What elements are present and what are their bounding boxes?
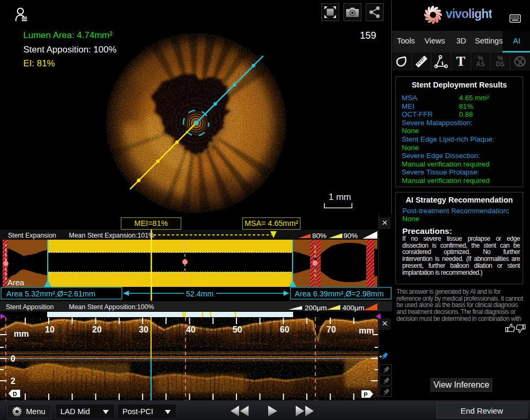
svg-text:60: 60 xyxy=(280,325,289,334)
svg-text:200μm: 200μm xyxy=(305,304,327,312)
svg-text:40: 40 xyxy=(186,325,196,334)
svg-text:80%: 80% xyxy=(312,232,326,240)
svg-text:Stent Expansion: Stent Expansion xyxy=(8,232,56,239)
svg-text:P: P xyxy=(364,391,367,398)
svg-text:mm: mm xyxy=(359,326,374,335)
svg-text:D: D xyxy=(13,391,17,397)
svg-text:+: + xyxy=(379,353,382,360)
svg-text:30: 30 xyxy=(139,325,148,334)
svg-text:10: 10 xyxy=(45,325,55,334)
svg-text:90%: 90% xyxy=(343,232,358,240)
svg-text:0: 0 xyxy=(11,354,15,363)
svg-text:20: 20 xyxy=(92,325,102,334)
svg-text:70: 70 xyxy=(326,325,336,334)
svg-text:2: 2 xyxy=(11,377,15,386)
svg-text:mm: mm xyxy=(14,329,29,338)
svg-text:Area: Area xyxy=(7,278,24,287)
svg-text:400μm: 400μm xyxy=(342,304,365,312)
svg-text:Area 5.32mm²,Ø=2.61mm: Area 5.32mm²,Ø=2.61mm xyxy=(6,290,95,298)
svg-text:Stent Apposition: Stent Apposition xyxy=(6,303,54,311)
svg-text:52.4mm: 52.4mm xyxy=(186,290,214,298)
svg-text:50: 50 xyxy=(233,325,242,334)
svg-text:Area 6.39mm²,Ø=2.98mm: Area 6.39mm²,Ø=2.98mm xyxy=(295,290,384,298)
svg-text:Mean Stent Apposition:100%: Mean Stent Apposition:100% xyxy=(69,303,154,311)
svg-text:Mean Stent Expansion:101%: Mean Stent Expansion:101% xyxy=(69,232,154,239)
